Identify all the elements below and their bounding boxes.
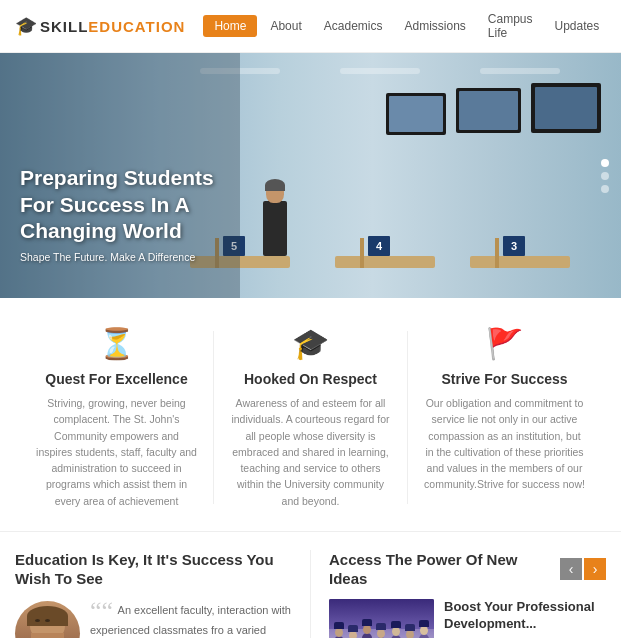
- hero-dot-2[interactable]: [601, 172, 609, 180]
- hero-subtitle: Shape The Future. Make A Difference: [20, 251, 250, 263]
- logo[interactable]: 🎓 SKILLEDUCATION: [15, 15, 185, 37]
- logo-icon: 🎓: [15, 15, 37, 37]
- feature-excellence-title: Quest For Excellence: [35, 371, 198, 387]
- hero-dot-3[interactable]: [601, 185, 609, 193]
- feature-success-title: Strive For Success: [423, 371, 586, 387]
- new-ideas-title: Access The Power Of New Ideas: [329, 550, 552, 589]
- site-header: 🎓 SKILLEDUCATION Home About Academics Ad…: [0, 0, 621, 53]
- testimonial-text: An excellent faculty, interaction with e…: [90, 604, 291, 638]
- testimonial-content: ““ An excellent faculty, interaction wit…: [90, 601, 292, 638]
- quote-open-icon: ““: [90, 596, 113, 625]
- main-nav: Home About Academics Admissions Campus L…: [203, 8, 621, 44]
- card-row: Boost Your Professional Development... M…: [329, 599, 606, 638]
- feature-success: 🚩 Strive For Success Our obligation and …: [408, 326, 601, 509]
- new-ideas-header: Access The Power Of New Ideas ‹ ›: [329, 550, 606, 589]
- next-arrow-button[interactable]: ›: [584, 558, 606, 580]
- feature-respect: 🎓 Hooked On Respect Awareness of and est…: [214, 326, 407, 509]
- nav-about[interactable]: About: [259, 15, 312, 37]
- logo-text: SKILLEDUCATION: [40, 18, 185, 35]
- hero-slider-dots: [601, 159, 609, 193]
- nav-updates[interactable]: Updates: [544, 15, 611, 37]
- hero-dot-active[interactable]: [601, 159, 609, 167]
- testimonial-body: ““ An excellent faculty, interaction wit…: [15, 601, 292, 638]
- flag-icon: 🚩: [423, 326, 586, 361]
- nav-contact[interactable]: Contact: [610, 15, 621, 37]
- quote-content: ““ An excellent faculty, interaction wit…: [90, 601, 292, 638]
- testimonial-section-title: Education Is Key, It It's Success You Wi…: [15, 550, 292, 589]
- features-section: ⏳ Quest For Excellence Striving, growing…: [0, 298, 621, 532]
- nav-academics[interactable]: Academics: [313, 15, 394, 37]
- card-info: Boost Your Professional Development... M…: [444, 599, 606, 638]
- nav-home[interactable]: Home: [203, 15, 257, 37]
- feature-respect-title: Hooked On Respect: [229, 371, 392, 387]
- bottom-section: Education Is Key, It It's Success You Wi…: [0, 532, 621, 638]
- nav-campus-life[interactable]: Campus Life: [477, 8, 544, 44]
- slider-nav-arrows: ‹ ›: [560, 558, 606, 580]
- hero-section: 5 4 3 Preparing Students For Success In …: [0, 53, 621, 298]
- feature-excellence: ⏳ Quest For Excellence Striving, growing…: [20, 326, 213, 509]
- testimonial-section: Education Is Key, It It's Success You Wi…: [15, 550, 292, 638]
- avatar: [15, 601, 80, 638]
- card-thumbnail: [329, 599, 434, 638]
- new-ideas-section: Access The Power Of New Ideas ‹ ›: [329, 550, 606, 638]
- feature-respect-text: Awareness of and esteem for all individu…: [229, 395, 392, 509]
- nav-admissions[interactable]: Admissions: [393, 15, 476, 37]
- hero-title: Preparing Students For Success In A Chan…: [20, 165, 250, 244]
- prev-arrow-button[interactable]: ‹: [560, 558, 582, 580]
- hourglass-icon: ⏳: [35, 326, 198, 361]
- card-title: Boost Your Professional Development...: [444, 599, 606, 633]
- feature-excellence-text: Striving, growing, never being complacen…: [35, 395, 198, 509]
- hero-content: Preparing Students For Success In A Chan…: [20, 165, 250, 263]
- feature-success-text: Our obligation and commitment to service…: [423, 395, 586, 493]
- graduation-cap-icon: 🎓: [229, 326, 392, 361]
